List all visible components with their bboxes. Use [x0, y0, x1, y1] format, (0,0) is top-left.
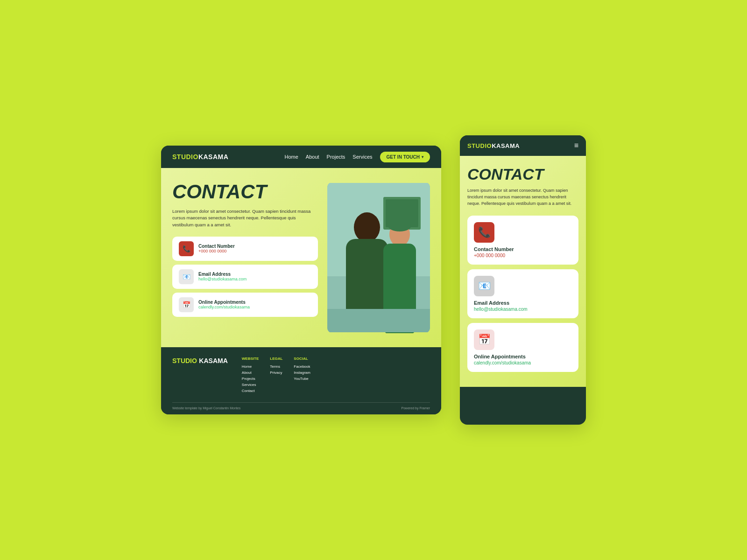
mobile-card-appointments-value: calendly.com/studiokasama [474, 360, 572, 365]
footer-col-social: SOCIAL Facebook Instagram YouTube [294, 357, 310, 395]
nav-services[interactable]: Services [352, 154, 372, 160]
footer-website-title: WEBSITE [242, 357, 259, 361]
desktop-frame: STUDIO KASAMA Home About Projects Servic… [161, 146, 441, 414]
mobile-card-email: 📧 Email Address hello@studiokasama.com [467, 269, 578, 318]
mobile-nav: STUDIO KASAMA ≡ [460, 135, 586, 156]
desktop-main: CONTACT Lorem ipsum dolor sit amet conse… [161, 168, 441, 347]
mobile-email-icon: 📧 [474, 276, 494, 296]
logo-studio: STUDIO [172, 153, 198, 161]
mobile-calendar-icon: 📅 [474, 329, 494, 350]
card-email-text: Email Address hello@studiokasama.com [198, 272, 247, 281]
contact-card-email: 📧 Email Address hello@studiokasama.com [172, 265, 318, 289]
mobile-logo: STUDIO KASAMA [467, 142, 520, 149]
card-email-value: hello@studiokasama.com [198, 277, 247, 281]
footer-logo-studio: STUDIO [172, 357, 197, 364]
contact-cards: 📞 Contact Number +000 000 0000 📧 Email A… [172, 237, 318, 317]
card-phone-value: +000 000 0000 [198, 249, 235, 253]
footer-logo-kasama: KASAMA [199, 357, 227, 364]
footer-col-website: WEBSITE Home About Projects Services Con… [242, 357, 259, 395]
footer-credit-left: Website template by Miguel Constantin Mo… [172, 406, 240, 410]
svg-point-4 [354, 212, 380, 242]
desktop-photo [327, 182, 430, 333]
mobile-frame: STUDIO KASAMA ≡ CONTACT Lorem ipsum dolo… [460, 135, 586, 425]
mobile-card-phone-title: Contact Number [474, 246, 572, 252]
desktop-logo: STUDIO KASAMA [172, 153, 228, 161]
footer-columns: WEBSITE Home About Projects Services Con… [242, 357, 430, 395]
footer-social-title: SOCIAL [294, 357, 310, 361]
footer-instagram[interactable]: Instagram [294, 371, 310, 375]
card-email-title: Email Address [198, 272, 247, 277]
mobile-card-appointments: 📅 Online Appointments calendly.com/studi… [467, 323, 578, 372]
card-phone-title: Contact Number [198, 244, 235, 249]
contact-title: CONTACT [172, 182, 318, 202]
mobile-phone-icon: 📞 [474, 222, 494, 243]
footer-logo: STUDIO KASAMA [172, 357, 228, 395]
desktop-nav: STUDIO KASAMA Home About Projects Servic… [161, 146, 441, 168]
mobile-logo-kasama: KASAMA [492, 142, 520, 149]
footer-projects[interactable]: Projects [242, 377, 259, 381]
mobile-contact-title: CONTACT [467, 166, 578, 182]
mobile-card-phone: 📞 Contact Number +000 000 0000 [467, 216, 578, 265]
footer-credit-right: Powered by Framer [402, 406, 430, 410]
mobile-contact-description: Lorem ipsum dolor sit amet consectetur. … [467, 188, 578, 207]
mobile-card-appointments-title: Online Appointments [474, 354, 572, 359]
svg-point-7 [388, 218, 412, 231]
desktop-footer: STUDIO KASAMA WEBSITE Home About Project… [161, 347, 441, 414]
card-appointments-text: Online Appointments calendly.com/studiok… [198, 300, 250, 309]
mobile-logo-studio: STUDIO [467, 142, 492, 149]
footer-col-legal: LEGAL Terms Privacy [270, 357, 282, 395]
nav-home[interactable]: Home [284, 154, 298, 160]
footer-services[interactable]: Services [242, 383, 259, 387]
get-in-touch-button[interactable]: GET IN TOUCH ▾ [380, 152, 430, 162]
footer-bottom: Website template by Miguel Constantin Mo… [172, 402, 430, 410]
phone-icon: 📞 [179, 241, 194, 256]
footer-facebook[interactable]: Facebook [294, 364, 310, 369]
nav-about[interactable]: About [306, 154, 319, 160]
nav-projects[interactable]: Projects [327, 154, 345, 160]
chevron-icon: ▾ [422, 155, 423, 159]
contact-card-phone: 📞 Contact Number +000 000 0000 [172, 237, 318, 261]
logo-kasama: KASAMA [198, 153, 228, 161]
mobile-main: CONTACT Lorem ipsum dolor sit amet conse… [460, 156, 586, 387]
hamburger-button[interactable]: ≡ [574, 141, 578, 150]
footer-top: STUDIO KASAMA WEBSITE Home About Project… [172, 357, 430, 395]
calendar-icon: 📅 [179, 297, 194, 312]
contact-card-appointments: 📅 Online Appointments calendly.com/studi… [172, 293, 318, 317]
email-icon: 📧 [179, 269, 194, 284]
footer-youtube[interactable]: YouTube [294, 377, 310, 381]
footer-legal-title: LEGAL [270, 357, 282, 361]
card-appointments-value: calendly.com/studiokasama [198, 305, 250, 309]
footer-terms[interactable]: Terms [270, 364, 282, 369]
footer-privacy[interactable]: Privacy [270, 371, 282, 375]
footer-home[interactable]: Home [242, 364, 259, 369]
footer-contact[interactable]: Contact [242, 389, 259, 393]
footer-about[interactable]: About [242, 371, 259, 375]
mobile-card-phone-value: +000 000 0000 [474, 253, 572, 258]
svg-rect-9 [327, 309, 430, 332]
mobile-card-email-value: hello@studiokasama.com [474, 307, 572, 312]
desktop-content: CONTACT Lorem ipsum dolor sit amet conse… [172, 182, 327, 333]
mobile-card-email-title: Email Address [474, 300, 572, 306]
desktop-nav-links: Home About Projects Services GET IN TOUC… [284, 152, 430, 162]
card-appointments-title: Online Appointments [198, 300, 250, 305]
card-phone-text: Contact Number +000 000 0000 [198, 244, 235, 253]
contact-description: Lorem ipsum dolor sit amet consectetur. … [172, 208, 318, 228]
